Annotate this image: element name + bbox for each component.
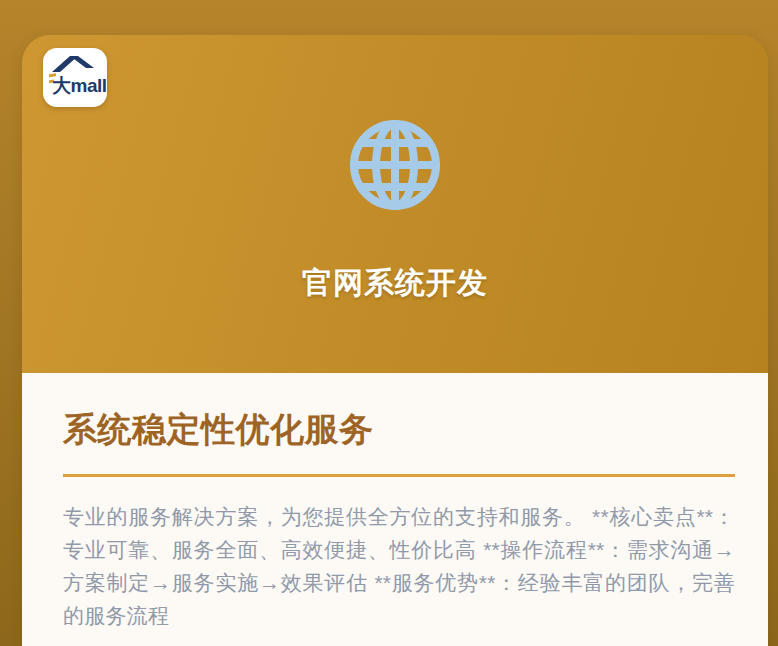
- amall-logo: 大mall: [43, 48, 107, 107]
- header-title: 官网系统开发: [22, 263, 768, 304]
- service-heading: 系统稳定性优化服务: [63, 407, 735, 451]
- card-body: 系统稳定性优化服务 专业的服务解决方案，为您提供全方位的支持和服务。 **核心卖…: [22, 373, 768, 646]
- service-card: 大mall 官网系统开发 系统稳定性优化服务 专业的服务解决方案，为您提供全方位…: [22, 35, 768, 646]
- card-header: 大mall 官网系统开发: [22, 35, 768, 373]
- amall-logo-text: 大mall: [52, 73, 107, 99]
- service-description: 专业的服务解决方案，为您提供全方位的支持和服务。 **核心卖点**：专业可靠、服…: [63, 500, 735, 632]
- globe-icon: [345, 115, 445, 215]
- heading-divider: [63, 474, 735, 477]
